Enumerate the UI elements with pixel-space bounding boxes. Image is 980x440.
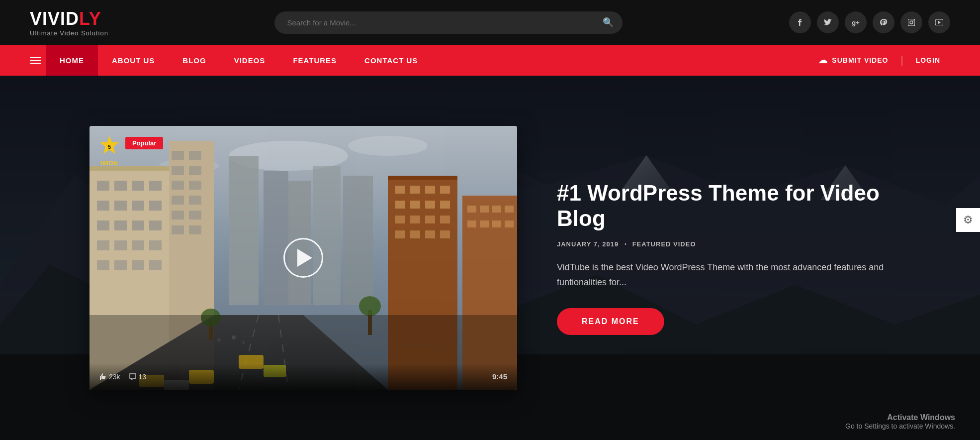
svg-rect-31 bbox=[149, 220, 162, 230]
video-bottom-bar: 23k 13 9:45 bbox=[89, 363, 517, 390]
nav-item-blog[interactable]: BLOG bbox=[169, 45, 220, 76]
likes-stat: 23k bbox=[99, 373, 120, 381]
svg-rect-63 bbox=[440, 186, 450, 194]
svg-rect-32 bbox=[97, 240, 109, 250]
video-thumbnail[interactable]: 5 IMDb Popular 23k bbox=[89, 126, 517, 390]
svg-rect-39 bbox=[149, 260, 162, 270]
login-button[interactable]: LOGIN bbox=[906, 56, 950, 64]
svg-rect-52 bbox=[189, 225, 201, 234]
svg-rect-77 bbox=[467, 206, 476, 213]
hero-text: #1 WordPress Theme for Video Blog JANUAR… bbox=[557, 181, 891, 334]
cloud-upload-icon: ☁ bbox=[818, 55, 828, 66]
nav-item-videos[interactable]: VIDEOS bbox=[220, 45, 279, 76]
svg-rect-21 bbox=[114, 181, 127, 191]
read-more-button[interactable]: READ MORE bbox=[557, 308, 664, 335]
svg-rect-28 bbox=[97, 220, 109, 230]
search-bar: 🔍 bbox=[274, 11, 623, 34]
nav-right: ☁ SUBMIT VIDEO | LOGIN bbox=[808, 55, 950, 66]
svg-rect-45 bbox=[172, 181, 184, 190]
navigation: HOME ABOUT US BLOG VIDEOS FEATURES CONTA… bbox=[0, 45, 980, 76]
logo-tagline: Ultimate Video Solution bbox=[30, 29, 108, 37]
svg-rect-24 bbox=[97, 201, 109, 211]
nav-item-about[interactable]: ABOUT US bbox=[98, 45, 169, 76]
thumbs-up-icon bbox=[99, 373, 106, 380]
logo[interactable]: VIVIDLY Ultimate Video Solution bbox=[30, 8, 108, 37]
nav-item-features[interactable]: FEATURES bbox=[279, 45, 351, 76]
search-input[interactable] bbox=[274, 11, 623, 34]
svg-rect-23 bbox=[149, 181, 162, 191]
svg-rect-37 bbox=[114, 260, 127, 270]
instagram-icon[interactable] bbox=[900, 11, 922, 33]
svg-rect-70 bbox=[425, 216, 435, 223]
svg-rect-60 bbox=[395, 186, 405, 194]
svg-rect-83 bbox=[492, 220, 501, 227]
svg-rect-62 bbox=[425, 186, 435, 194]
svg-rect-73 bbox=[410, 230, 420, 238]
submit-video-button[interactable]: ☁ SUBMIT VIDEO bbox=[808, 55, 898, 66]
gear-icon: ⚙ bbox=[963, 214, 973, 226]
svg-rect-34 bbox=[132, 240, 144, 250]
hamburger-menu[interactable] bbox=[30, 57, 41, 64]
svg-rect-35 bbox=[149, 240, 162, 250]
imdb-score: 5 bbox=[108, 143, 111, 149]
svg-rect-75 bbox=[440, 230, 450, 238]
hero-meta: JANUARY 7, 2019 • FEATURED VIDEO bbox=[557, 240, 891, 248]
hero-content: 5 IMDb Popular 23k bbox=[0, 76, 980, 440]
hero-description: VidTube is the best Video WordPress Them… bbox=[557, 260, 891, 290]
svg-rect-66 bbox=[425, 201, 435, 209]
top-bar: VIVIDLY Ultimate Video Solution 🔍 g+ bbox=[0, 0, 980, 45]
logo-vivid: VIVID bbox=[30, 8, 79, 29]
svg-rect-51 bbox=[172, 225, 184, 234]
svg-rect-47 bbox=[172, 196, 184, 205]
svg-rect-82 bbox=[480, 220, 489, 227]
comments-count: 13 bbox=[139, 373, 147, 381]
windows-activate-subtitle: Go to Settings to activate Windows. bbox=[845, 422, 955, 430]
svg-rect-30 bbox=[132, 220, 144, 230]
youtube-icon[interactable] bbox=[928, 11, 950, 33]
svg-rect-48 bbox=[189, 196, 201, 205]
video-stats: 23k 13 bbox=[99, 373, 146, 381]
svg-rect-38 bbox=[132, 260, 144, 270]
svg-rect-36 bbox=[97, 260, 109, 270]
windows-watermark: Activate Windows Go to Settings to activ… bbox=[845, 413, 955, 430]
pinterest-icon[interactable] bbox=[873, 11, 894, 33]
svg-rect-72 bbox=[395, 230, 405, 238]
nav-item-contact[interactable]: CONTACT US bbox=[351, 45, 432, 76]
svg-rect-81 bbox=[467, 220, 476, 227]
play-triangle-icon bbox=[297, 249, 312, 267]
hero-category: FEATURED VIDEO bbox=[632, 240, 696, 248]
svg-rect-79 bbox=[492, 206, 501, 213]
svg-rect-59 bbox=[388, 176, 457, 180]
svg-rect-56 bbox=[313, 166, 341, 305]
search-icon[interactable]: 🔍 bbox=[603, 17, 614, 28]
popular-badge: Popular bbox=[125, 137, 163, 149]
hero-section: 5 IMDb Popular 23k bbox=[0, 76, 980, 440]
twitter-icon[interactable] bbox=[817, 11, 839, 33]
svg-point-99 bbox=[359, 296, 381, 316]
svg-rect-57 bbox=[343, 176, 373, 305]
svg-rect-71 bbox=[440, 216, 450, 223]
svg-rect-69 bbox=[410, 216, 420, 223]
likes-count: 23k bbox=[109, 373, 120, 381]
svg-rect-84 bbox=[505, 220, 514, 227]
svg-rect-61 bbox=[410, 186, 420, 194]
svg-rect-64 bbox=[395, 201, 405, 209]
svg-rect-46 bbox=[189, 181, 201, 190]
nav-item-home[interactable]: HOME bbox=[46, 45, 98, 76]
nav-divider: | bbox=[898, 55, 905, 66]
svg-rect-53 bbox=[229, 156, 259, 305]
svg-rect-26 bbox=[132, 201, 144, 211]
svg-rect-25 bbox=[114, 201, 127, 211]
svg-rect-0 bbox=[908, 19, 915, 26]
play-button-wrap bbox=[283, 238, 323, 278]
svg-rect-27 bbox=[149, 201, 162, 211]
facebook-icon[interactable] bbox=[789, 11, 811, 33]
settings-tab[interactable]: ⚙ bbox=[956, 208, 980, 232]
comments-stat: 13 bbox=[129, 373, 147, 381]
google-plus-icon[interactable]: g+ bbox=[845, 11, 867, 33]
video-duration: 9:45 bbox=[492, 372, 507, 381]
windows-activate-title: Activate Windows bbox=[845, 413, 955, 422]
play-button[interactable] bbox=[283, 238, 323, 278]
submit-video-label: SUBMIT VIDEO bbox=[832, 56, 888, 64]
svg-rect-78 bbox=[480, 206, 489, 213]
